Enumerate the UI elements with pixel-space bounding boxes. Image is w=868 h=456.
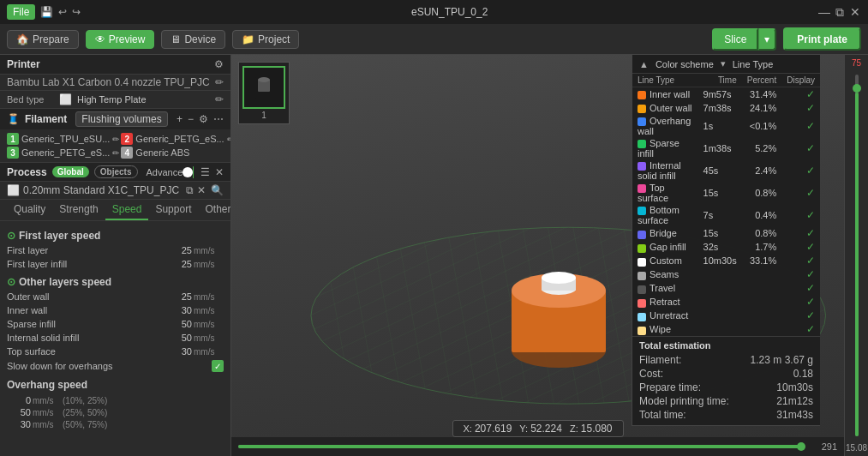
project-btn[interactable]: 📁 Project [232, 30, 299, 49]
remove-filament-btn[interactable]: − [188, 113, 194, 125]
bed-type-label: Bed type [7, 94, 54, 105]
tab-support[interactable]: Support [148, 200, 198, 220]
first-layer-group-title: ⊙ First layer speed [7, 225, 224, 243]
first-layer-infill-row: First layer infill 25 mm/s [7, 257, 224, 271]
color-table-row: Outer wall 7m38s 24.1% ✓ [632, 101, 820, 115]
slice-dropdown-btn[interactable]: ▾ [758, 28, 776, 51]
left-panel: Printer ⚙ Bambu Lab X1 Carbon 0.4 nozzle… [0, 55, 231, 456]
close-btn[interactable]: ✕ [849, 6, 861, 18]
profile-icon: ⬜ [7, 184, 20, 196]
color-panel: ▲ Color scheme ▾ Line Type Line Type Tim… [632, 55, 820, 426]
filament-edit-3[interactable]: ✏ [112, 148, 119, 158]
tab-speed[interactable]: Speed [105, 200, 149, 220]
3d-object [507, 265, 610, 379]
objects-badge[interactable]: Objects [94, 165, 138, 178]
flushing-volumes-btn[interactable]: Flushing volumes [75, 111, 167, 127]
layer-slider[interactable] [238, 445, 805, 448]
slice-btn[interactable]: Slice [712, 28, 758, 51]
process-header: Process Global Objects Advanced ☰ ✕ [0, 163, 230, 182]
filament-edit-1[interactable]: ✏ [112, 135, 119, 144]
global-badge[interactable]: Global [52, 166, 89, 177]
first-layer-group-icon: ⊙ [7, 230, 15, 242]
bed-type-edit-icon[interactable]: ✏ [215, 93, 224, 105]
titlebar-left: File 💾 ↩ ↪ [7, 4, 81, 20]
window-controls: — ⧉ ✕ [818, 6, 861, 18]
right-slider: 75 15.08 [844, 55, 868, 456]
color-table-row: Inner wall 9m57s 31.4% ✓ [632, 87, 820, 102]
chevron-down-icon[interactable]: ▾ [721, 58, 726, 69]
color-table-row: Bottom surface 7s 0.4% ✓ [632, 204, 820, 226]
redo-icon[interactable]: ↪ [72, 6, 81, 18]
filament-items: 1 Generic_TPU_eSU... ✏ 2 Generic_PETG_eS… [0, 129, 230, 162]
filament-icon: 🧵 [7, 113, 20, 125]
filament-more-icon[interactable]: ⋯ [213, 113, 224, 125]
prepare-btn[interactable]: 🏠 Prepare [7, 30, 79, 49]
preview-btn[interactable]: 👁 Preview [86, 30, 155, 49]
color-table-row: Overhang wall 1s <0.1% ✓ [632, 115, 820, 137]
save-icon[interactable]: 💾 [40, 6, 53, 18]
color-table-row: Custom 10m30s 33.1% ✓ [632, 254, 820, 267]
overhang-row-0: 0 mm/s (10%, 25%) [7, 394, 224, 406]
thumbnail-label: 1 [242, 111, 285, 120]
minimize-btn[interactable]: — [818, 6, 830, 18]
color-table-row: Gap infill 32s 1.7% ✓ [632, 240, 820, 254]
col-linetype: Line Type [632, 74, 698, 87]
profile-search-icon[interactable]: 🔍 [211, 184, 224, 196]
layer-bar: 291 [231, 437, 844, 456]
first-layer-row: First layer 25 mm/s [7, 243, 224, 257]
tab-quality[interactable]: Quality [7, 200, 52, 220]
color-panel-header: ▲ Color scheme ▾ Line Type [632, 55, 820, 74]
sparse-infill-row: Sparse infill 50 mm/s [7, 317, 224, 331]
device-icon: 🖥 [171, 33, 181, 45]
undo-icon[interactable]: ↩ [58, 6, 67, 18]
v-slider-track[interactable] [855, 75, 859, 436]
internal-solid-infill-row: Internal solid infill 50 mm/s [7, 331, 224, 345]
filament-settings-icon[interactable]: ⚙ [199, 113, 208, 125]
overhang-speed-title: Overhang speed [7, 374, 224, 393]
svg-point-6 [542, 272, 576, 284]
slice-area: Slice ▾ [712, 28, 776, 51]
color-table-row: Retract ✓ [632, 295, 820, 309]
speed-tabs: Quality Strength Speed Support Others [0, 200, 230, 221]
window-title: eSUN_TPU_0_2 [81, 6, 818, 18]
maximize-btn[interactable]: ⧉ [834, 6, 846, 18]
other-layers-group-icon: ⊙ [7, 276, 15, 288]
outer-wall-row: Outer wall 25 mm/s [7, 290, 224, 303]
eye-icon: 👁 [95, 33, 105, 45]
color-table-row: Unretract ✓ [632, 309, 820, 322]
tab-others[interactable]: Others [198, 200, 230, 220]
profile-copy-icon[interactable]: ⧉ [186, 184, 194, 196]
filament-item-1: 1 Generic_TPU_eSU... ✏ [7, 133, 119, 145]
tab-strength[interactable]: Strength [52, 200, 105, 220]
filament-header: 🧵 Filament Flushing volumes + − ⚙ ⋯ [0, 109, 230, 129]
color-scheme-label: Color scheme [655, 59, 714, 69]
process-list-icon[interactable]: ☰ [201, 166, 210, 178]
file-menu[interactable]: File [7, 4, 35, 20]
svg-point-9 [258, 77, 270, 82]
total-row: Cost:0.18 [639, 367, 813, 381]
profile-close-icon[interactable]: ✕ [197, 184, 206, 196]
profile-row: ⬜ 0.20mm Standard X1C_TPU_PJC ⧉ ✕ 🔍 [0, 182, 230, 200]
thumbnail-1[interactable] [242, 66, 285, 109]
settings-content: ⊙ First layer speed First layer 25 mm/s … [0, 221, 230, 456]
thumbnail-strip: 1 [238, 62, 290, 124]
slowdown-checkbox[interactable]: ✓ [212, 360, 224, 372]
add-filament-btn[interactable]: + [177, 113, 183, 125]
printer-settings-icon[interactable]: ⚙ [214, 58, 224, 70]
project-icon: 📁 [242, 33, 254, 45]
viewport[interactable]: 01 [231, 55, 844, 456]
bed-type-icon: ⬜ [59, 93, 72, 105]
printer-edit-icon[interactable]: ✏ [215, 76, 224, 88]
chevron-up-icon[interactable]: ▲ [639, 59, 649, 69]
device-btn[interactable]: 🖥 Device [161, 30, 225, 49]
other-layers-group-title: ⊙ Other layers speed [7, 271, 224, 290]
filament-section: 🧵 Filament Flushing volumes + − ⚙ ⋯ 1 Ge… [0, 109, 230, 163]
overhang-row-2: 30 mm/s (50%, 75%) [7, 418, 224, 430]
process-settings-icon[interactable]: ✕ [215, 166, 224, 178]
slowdown-row: Slow down for overhangs ✓ [7, 358, 224, 374]
slider-top-value: 75 [852, 58, 861, 68]
profile-name: 0.20mm Standard X1C_TPU_PJC [23, 184, 179, 196]
total-row: Total time:31m43s [639, 408, 813, 422]
advanced-toggle[interactable] [193, 166, 194, 178]
print-btn[interactable]: Print plate [783, 27, 861, 51]
